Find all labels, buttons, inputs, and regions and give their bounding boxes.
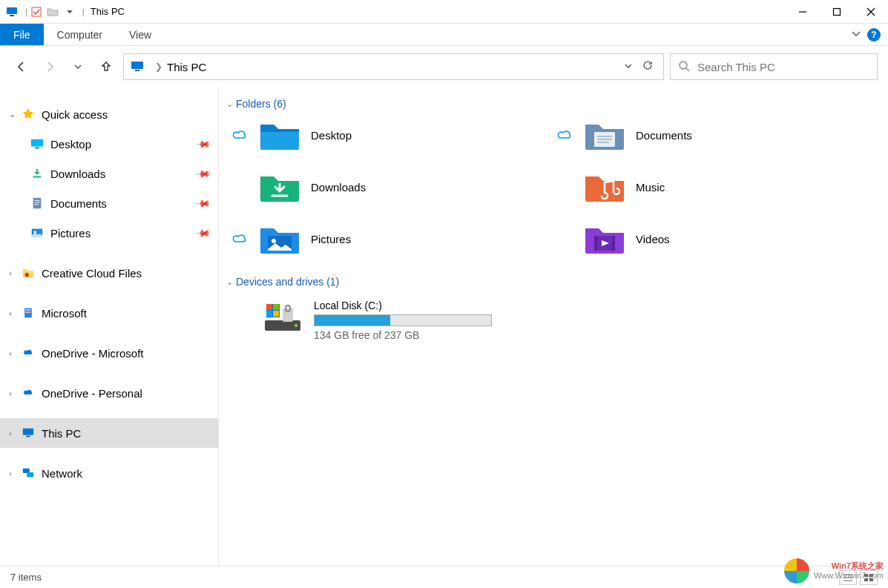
ribbon: File Computer View ?	[0, 24, 888, 46]
qat-newfolder-icon[interactable]	[47, 6, 59, 18]
separator: |	[82, 7, 85, 16]
close-button[interactable]	[854, 0, 888, 23]
svg-rect-4	[834, 8, 841, 15]
address-dropdown[interactable]	[619, 60, 638, 73]
group-header-drives[interactable]: ⌄ Devices and drives (1)	[225, 273, 882, 297]
folder-music[interactable]: Music	[557, 171, 882, 203]
folder-documents[interactable]: Documents	[557, 119, 882, 151]
chevron-right-icon[interactable]: ❯	[155, 62, 162, 72]
ribbon-expand-button[interactable]	[851, 28, 861, 41]
folder-videos[interactable]: Videos	[557, 222, 882, 255]
folder-pictures[interactable]: Pictures	[232, 222, 557, 255]
sidebar-item-onedrive-personal[interactable]: › OneDrive - Personal	[0, 378, 218, 408]
chevron-down-icon[interactable]: ⌄	[226, 99, 233, 109]
folder-desktop[interactable]: Desktop	[232, 119, 557, 151]
svg-rect-13	[33, 198, 42, 208]
svg-point-36	[272, 239, 276, 243]
separator: |	[25, 7, 27, 16]
svg-rect-24	[26, 311, 27, 313]
svg-point-19	[25, 273, 29, 277]
pin-icon: 📌	[195, 195, 211, 211]
sidebar-item-label: OneDrive - Personal	[42, 387, 142, 400]
drive-free-text: 134 GB free of 237 GB	[314, 329, 492, 341]
chevron-right-icon[interactable]: ›	[9, 268, 21, 277]
folder-icon	[584, 171, 625, 203]
tab-computer[interactable]: Computer	[44, 29, 116, 41]
chevron-down-icon[interactable]: ⌄	[226, 277, 233, 287]
statusbar: 7 items	[0, 566, 888, 588]
sidebar-item-this-pc[interactable]: › This PC	[0, 418, 218, 448]
sidebar-item-onedrive-ms[interactable]: › OneDrive - Microsoft	[0, 338, 218, 368]
chevron-right-icon[interactable]: ›	[9, 308, 21, 317]
svg-rect-39	[612, 236, 615, 251]
qat-properties-icon[interactable]	[30, 6, 42, 18]
svg-rect-23	[30, 309, 31, 311]
file-tab[interactable]: File	[0, 24, 44, 45]
app-icon	[6, 6, 18, 18]
refresh-button[interactable]	[638, 60, 657, 73]
svg-rect-29	[23, 469, 30, 473]
cloud-sync-icon	[232, 129, 249, 142]
svg-rect-47	[283, 308, 293, 322]
sidebar-quick-access[interactable]: ⌄ Quick access	[0, 99, 218, 129]
folder-label: Desktop	[311, 129, 352, 142]
sidebar-item-network[interactable]: › Network	[0, 458, 218, 488]
folder-icon	[259, 222, 300, 255]
svg-rect-45	[266, 311, 272, 317]
svg-rect-12	[35, 148, 39, 149]
search-input[interactable]	[697, 61, 869, 73]
sidebar-item-microsoft[interactable]: › Microsoft	[0, 298, 218, 328]
svg-rect-26	[30, 311, 31, 313]
group-header-label: Folders (6)	[236, 98, 286, 110]
folder-downloads[interactable]: Downloads	[232, 171, 557, 203]
forward-button[interactable]	[39, 56, 61, 78]
watermark-line1: Win7系统之家	[814, 561, 884, 571]
help-icon[interactable]: ?	[867, 28, 881, 42]
qat-dropdown[interactable]	[63, 6, 75, 18]
drive-usage-bar	[314, 314, 492, 326]
titlebar: | | This PC	[0, 0, 888, 24]
group-header-folders[interactable]: ⌄ Folders (6)	[225, 95, 882, 119]
sidebar-pinned-downloads[interactable]: Downloads 📌	[0, 159, 218, 188]
up-button[interactable]	[95, 56, 117, 78]
sidebar-pinned-desktop[interactable]: Desktop 📌	[0, 129, 218, 159]
sidebar-item-creative-cloud[interactable]: › Creative Cloud Files	[0, 258, 218, 288]
star-icon	[21, 107, 36, 122]
tab-view[interactable]: View	[116, 29, 165, 41]
svg-rect-44	[273, 304, 279, 310]
svg-rect-22	[27, 309, 29, 311]
back-button[interactable]	[10, 56, 33, 78]
drive-icon	[262, 300, 303, 335]
address-bar[interactable]: ❯ This PC	[123, 53, 664, 80]
sidebar-pinned-documents[interactable]: Documents 📌	[0, 188, 218, 218]
chevron-right-icon[interactable]: ›	[9, 389, 21, 397]
chevron-right-icon[interactable]: ›	[9, 348, 21, 357]
maximize-button[interactable]	[820, 0, 854, 23]
svg-rect-7	[131, 62, 143, 69]
watermark-line2: Www.Winwin7.com	[814, 571, 884, 581]
building-icon	[21, 305, 36, 320]
svg-line-10	[686, 68, 689, 71]
sidebar-item-label: Desktop	[50, 138, 91, 151]
chevron-right-icon[interactable]: ›	[9, 429, 21, 437]
window-controls	[786, 0, 888, 23]
recent-locations-button[interactable]	[67, 56, 89, 78]
drive-local-c[interactable]: Local Disk (C:) 134 GB free of 237 GB	[225, 300, 882, 341]
this-pc-icon	[21, 426, 36, 440]
svg-rect-38	[594, 236, 597, 251]
pictures-icon	[30, 225, 45, 240]
sidebar-item-label: This PC	[42, 427, 81, 440]
watermark-logo-icon	[784, 558, 809, 584]
search-box[interactable]	[670, 53, 878, 80]
folder-icon	[259, 119, 300, 151]
chevron-right-icon[interactable]: ›	[9, 469, 21, 478]
folder-label: Documents	[636, 129, 692, 142]
folder-icon	[584, 119, 625, 151]
navbar: ❯ This PC	[0, 46, 888, 87]
this-pc-icon	[130, 59, 145, 74]
minimize-button[interactable]	[786, 0, 820, 23]
breadcrumb[interactable]: This PC	[167, 61, 206, 73]
sidebar-pinned-pictures[interactable]: Pictures 📌	[0, 218, 218, 248]
folder-icon	[584, 222, 625, 255]
chevron-down-icon[interactable]: ⌄	[9, 110, 21, 119]
